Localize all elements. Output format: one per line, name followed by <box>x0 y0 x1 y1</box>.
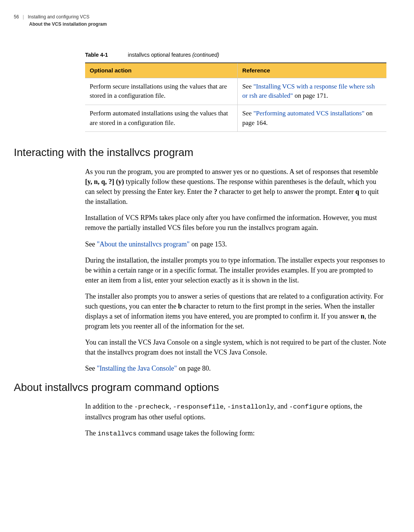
table-caption: Table 4-1 installvcs optional features (… <box>85 51 386 59</box>
paragraph: You can install the VCS Java Console on … <box>85 337 386 357</box>
options-table: Optional action Reference Perform secure… <box>85 62 386 132</box>
paragraph: See "About the uninstallvcs program" on … <box>85 239 386 249</box>
divider: | <box>23 14 24 20</box>
table-row: Perform automated installations using th… <box>85 105 386 132</box>
table-number: Table 4-1 <box>85 52 108 58</box>
breadcrumb: Installing and configuring VCS <box>28 14 89 20</box>
paragraph: As you run the program, you are prompted… <box>85 167 386 207</box>
table-title-continued: (continued) <box>192 52 219 58</box>
paragraph: In addition to the -precheck, -responsef… <box>85 401 386 422</box>
table-block: Table 4-1 installvcs optional features (… <box>85 51 386 132</box>
cell-action: Perform secure installations using the v… <box>85 78 238 105</box>
paragraph: The installvcs command usage takes the f… <box>85 428 386 439</box>
table-header-action: Optional action <box>85 63 238 78</box>
page-header: 56 | Installing and configuring VCS Abou… <box>14 14 386 28</box>
table-title: installvcs optional features <box>128 52 192 58</box>
link-uninstallvcs[interactable]: "About the uninstallvcs program" <box>97 240 190 248</box>
cell-action: Perform automated installations using th… <box>85 105 238 132</box>
table-row: Perform secure installations using the v… <box>85 78 386 105</box>
section-title: About the VCS installation program <box>14 21 386 28</box>
link-java-console[interactable]: "Installing the Java Console" <box>97 365 177 372</box>
heading-command-options: About installvcs program command options <box>14 380 386 396</box>
heading-interacting: Interacting with the installvcs program <box>14 145 386 161</box>
cell-reference: See "Performing automated VCS installati… <box>238 105 386 132</box>
paragraph: During the installation, the installer p… <box>85 255 386 285</box>
paragraph: See "Installing the Java Console" on pag… <box>85 363 386 373</box>
paragraph: The installer also prompts you to answer… <box>85 291 386 331</box>
page-number: 56 <box>14 14 19 20</box>
cell-reference: See "Installing VCS with a response file… <box>238 78 386 105</box>
link-automated-install[interactable]: "Performing automated VCS installations" <box>253 110 365 117</box>
paragraph: Installation of VCS RPMs takes place onl… <box>85 213 386 233</box>
table-header-reference: Reference <box>238 63 386 78</box>
